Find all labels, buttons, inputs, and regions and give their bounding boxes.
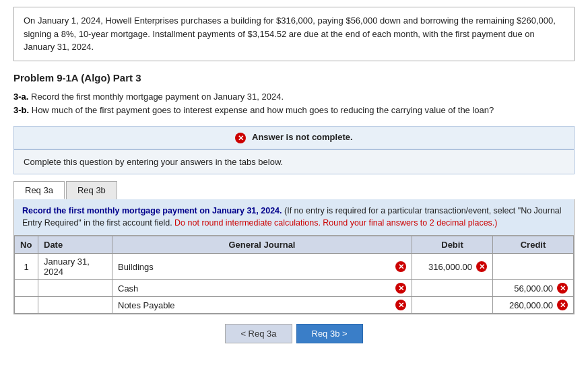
- row1-no: 1: [15, 254, 38, 280]
- row2-account[interactable]: Cash ✕: [112, 280, 412, 297]
- col-gj: General Journal: [112, 236, 412, 254]
- row2-credit-x[interactable]: ✕: [557, 283, 568, 294]
- row1-account[interactable]: Buildings ✕: [112, 254, 412, 280]
- tab-instruction: Record the first monthly mortgage paymen…: [14, 199, 574, 236]
- row1-date: January 31, 2024: [38, 254, 112, 280]
- col-date: Date: [38, 236, 112, 254]
- instruction-red: Do not round intermediate calculations. …: [174, 218, 497, 228]
- tab-req3b[interactable]: Req 3b: [66, 181, 117, 199]
- table-row: 1 January 31, 2024 Buildings ✕ 316,000.0…: [15, 254, 574, 280]
- journal-table: No Date General Journal Debit Credit 1 J…: [14, 236, 574, 314]
- col-no: No: [15, 236, 38, 254]
- row1-debit[interactable]: 316,000.00 ✕: [412, 254, 493, 280]
- row3-credit-x[interactable]: ✕: [557, 300, 568, 310]
- req-3b-label: 3-b.: [13, 105, 29, 115]
- prev-button[interactable]: < Req 3a: [225, 324, 292, 343]
- table-row: Cash ✕ 56,000.00 ✕: [15, 280, 574, 297]
- complete-box: Complete this question by entering your …: [13, 149, 575, 174]
- row3-credit[interactable]: 260,000.00 ✕: [493, 297, 574, 314]
- info-text: On January 1, 2024, Howell Enterprises p…: [24, 15, 556, 52]
- row2-no: [15, 280, 38, 297]
- instruction-bold: Record the first monthly mortgage paymen…: [22, 206, 282, 215]
- row3-account[interactable]: Notes Payable ✕: [112, 297, 412, 314]
- answer-x-icon: ✕: [235, 133, 246, 143]
- row1-debit-x[interactable]: ✕: [476, 261, 487, 272]
- row3-debit: [412, 297, 493, 314]
- req-3a-text: Record the first monthly mortgage paymen…: [31, 92, 284, 102]
- row3-no: [15, 297, 38, 314]
- row2-debit: [412, 280, 493, 297]
- instructions: 3-a. Record the first monthly mortgage p…: [13, 90, 575, 118]
- complete-text: Complete this question by entering your …: [24, 157, 283, 167]
- tab-content: Record the first monthly mortgage paymen…: [13, 199, 575, 315]
- row3-date: [38, 297, 112, 314]
- col-debit: Debit: [412, 236, 493, 254]
- next-button[interactable]: Req 3b >: [296, 324, 363, 343]
- answer-banner: ✕ Answer is not complete.: [13, 126, 575, 149]
- row1-account-x[interactable]: ✕: [395, 261, 406, 272]
- tabs-bar: Req 3a Req 3b: [13, 181, 575, 199]
- table-row: Notes Payable ✕ 260,000.00 ✕: [15, 297, 574, 314]
- col-credit: Credit: [493, 236, 574, 254]
- row1-credit: [493, 254, 574, 280]
- row2-credit[interactable]: 56,000.00 ✕: [493, 280, 574, 297]
- problem-title: Problem 9-1A (Algo) Part 3: [13, 72, 575, 83]
- req-3a-label: 3-a.: [13, 92, 28, 102]
- row3-account-x[interactable]: ✕: [395, 300, 406, 310]
- tab-req3a[interactable]: Req 3a: [13, 181, 65, 199]
- req-3b-text: How much of the first payment goes to in…: [32, 105, 494, 115]
- row2-date: [38, 280, 112, 297]
- row2-account-x[interactable]: ✕: [395, 283, 406, 294]
- answer-banner-text: Answer is not complete.: [252, 132, 353, 142]
- info-box: On January 1, 2024, Howell Enterprises p…: [13, 7, 575, 61]
- bottom-nav: < Req 3a Req 3b >: [13, 324, 575, 343]
